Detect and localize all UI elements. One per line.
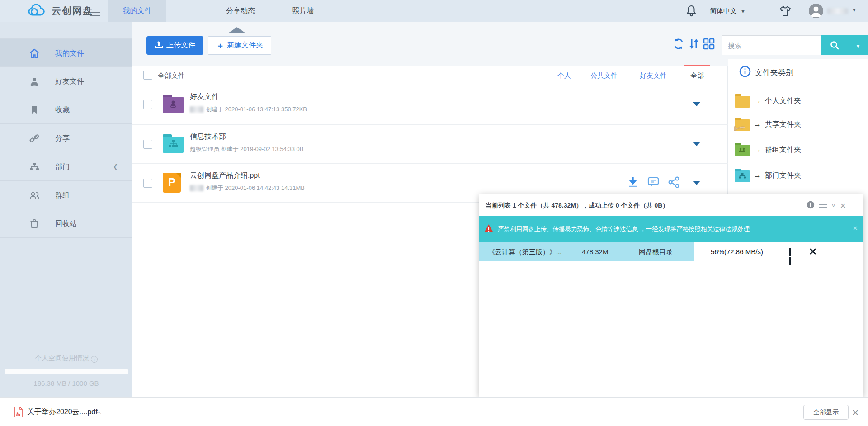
filter-tab-friends[interactable]: 好友文件 [640,66,667,85]
upload-target-folder: 网盘根目录 [639,242,673,261]
row-checkbox[interactable] [143,140,152,149]
new-folder-button[interactable]: ＋ 新建文件夹 [208,36,271,55]
user-avatar[interactable] [809,4,823,18]
notifications-bell-icon[interactable] [685,5,697,19]
sidebar-item-groups[interactable]: 群组 [0,181,132,209]
home-icon [29,48,40,59]
row-menu-caret-icon[interactable] [693,102,700,106]
language-selector[interactable]: 简体中文▼ [710,0,745,22]
owner-name-redacted [190,106,203,113]
plus-icon: ＋ [216,40,224,51]
filter-tab-personal[interactable]: 个人 [557,66,571,85]
popup-header-actions: ˅ ✕ [807,201,846,211]
collapse-chevron-icon[interactable]: ˅ [832,202,835,209]
legend-department-folder[interactable]: → 部门文件夹 [735,169,801,182]
arrow-icon: → [754,120,761,129]
sort-order-icon[interactable] [689,38,699,52]
cloud-logo-icon [28,3,47,19]
grid-view-icon[interactable] [703,38,715,52]
search-button[interactable]: ▼ [821,35,868,55]
shared-folder-icon [735,119,750,131]
app-logo: 云创网盘 [28,0,93,22]
upload-warning-banner: 严禁利用网盘上传、传播暴力恐怖、色情等违法信息 ，一经发现将严格按照相关法律法规… [479,216,863,242]
info-icon[interactable]: i [91,356,98,363]
sidebar-item-shares[interactable]: 分享 [0,124,132,152]
bookmark-icon [29,104,40,115]
select-all-label: 全部文件 [158,66,185,85]
file-meta: 创建于 2020-01-06 14:42:43 14.31MB [190,184,305,192]
green-folder-icon [735,145,750,156]
search-input[interactable] [722,36,821,55]
yellow-folder-icon [735,96,750,108]
collapse-chevron-icon[interactable]: ❮ [113,152,118,181]
tab-photo-wall[interactable]: 照片墙 [274,0,332,22]
warning-triangle-icon [484,224,494,235]
upload-file-button[interactable]: 上传文件 [146,36,203,55]
upload-summary-text: 当前列表 1 个文件（共 478.32M），成功上传 0 个文件（共 0B） [486,194,669,216]
owner-name-redacted [190,185,203,191]
tab-share-activity[interactable]: 分享动态 [211,0,270,22]
pause-icon[interactable] [789,248,796,256]
panel-title: 文件夹类别 [739,66,793,80]
menu-toggle-icon[interactable] [90,6,100,15]
storage-title: 个人空间使用情况i [0,354,132,363]
sidebar-item-friend-files[interactable]: 好友文件 [0,67,132,95]
legend-group-folder[interactable]: → 群组文件夹 [735,143,801,156]
svg-text:PDF: PDF [16,414,20,416]
file-name[interactable]: 信息技术部 [190,132,226,142]
user-menu-chevron-icon[interactable]: ▼ [852,7,857,13]
file-name[interactable]: 云创网盘产品介绍.ppt [190,171,260,180]
file-meta: 超级管理员 创建于 2019-09-02 13:54:33 0B [190,145,303,153]
sidebar-item-departments[interactable]: 部门 ❮ [0,152,132,181]
filter-tab-public[interactable]: 公共文件 [590,66,618,85]
arrow-icon: → [754,96,761,105]
username-redacted[interactable] [827,8,848,14]
search-options-chevron-icon[interactable]: ▼ [855,43,861,49]
downloaded-file-label[interactable]: 关于举办2020云....pdf [27,398,98,426]
share-icon[interactable] [668,176,680,190]
sidebar-item-favorites[interactable]: 收藏 [0,95,132,124]
refresh-icon[interactable] [673,38,684,52]
pdf-file-icon: PDF [14,407,24,419]
comment-icon[interactable] [647,177,659,189]
theme-skin-icon[interactable] [779,5,791,19]
upload-item-row: 《云计算（第三版）》... 478.32M 网盘根目录 56%(72.86 MB… [479,242,863,261]
link-icon [29,133,40,144]
sidebar-item-recycle-bin[interactable]: 回收站 [0,209,132,238]
file-menu-chevron-icon[interactable]: ︿ [96,398,102,426]
close-bar-icon[interactable]: ✕ [852,407,859,418]
row-actions [627,176,680,190]
download-icon[interactable] [627,176,638,190]
storage-usage-text: 186.38 MB / 1000 GB [0,379,132,387]
arrow-icon: → [754,145,761,154]
file-row-it-department[interactable]: 信息技术部 超级管理员 创建于 2019-09-02 13:54:33 0B [132,125,728,164]
callout-arrow [228,27,245,33]
filter-tab-all[interactable]: 全部 [684,65,710,85]
legend-shared-folder[interactable]: → 共享文件夹 [735,118,801,131]
storage-progress-bar [5,369,128,374]
folder-friends-icon [163,94,184,113]
divider [130,402,130,422]
row-menu-caret-icon[interactable] [693,142,700,146]
cancel-upload-icon[interactable] [809,248,816,257]
arrow-icon: → [754,171,761,180]
sidebar-item-my-files[interactable]: 我的文件 [0,38,132,67]
show-all-button[interactable]: 全部显示 [803,405,849,420]
ppt-file-icon: P [163,173,181,193]
file-row-friend-files[interactable]: 好友文件 创建于 2020-01-06 13:47:13 350.72KB [132,85,728,125]
info-filled-icon[interactable] [807,201,815,211]
legend-personal-folder[interactable]: → 个人文件夹 [735,94,801,108]
tab-my-files[interactable]: 我的文件 [108,0,166,22]
warning-text: 严禁利用网盘上传、传播暴力恐怖、色情等违法信息 ，一经发现将严格按照相关法律法规… [498,225,750,233]
file-name[interactable]: 好友文件 [190,92,219,102]
close-icon[interactable]: ✕ [840,201,846,211]
row-checkbox[interactable] [143,100,152,109]
select-all-checkbox[interactable] [143,71,152,80]
warning-close-icon[interactable]: ✕ [852,224,858,232]
trash-icon [29,218,40,229]
person-icon [29,76,40,87]
row-checkbox[interactable] [143,179,152,188]
minimize-list-icon[interactable] [819,202,827,209]
app-title: 云创网盘 [52,5,93,17]
row-menu-caret-icon[interactable] [693,181,700,185]
